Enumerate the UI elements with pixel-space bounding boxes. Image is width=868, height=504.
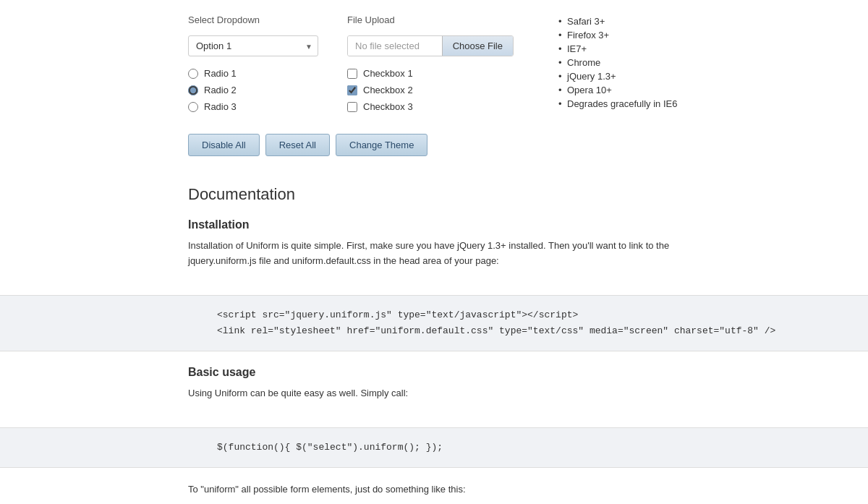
- checkbox-2[interactable]: [347, 85, 357, 95]
- select-dropdown[interactable]: Option 1 Option 2 Option 3: [188, 35, 318, 56]
- select-column: Select Dropdown Option 1 Option 2 Option…: [188, 14, 318, 112]
- checkbox-item-3[interactable]: Checkbox 3: [347, 101, 514, 112]
- radio-3-label: Radio 3: [204, 101, 237, 112]
- browser-item-safari: Safari 3+: [557, 14, 677, 28]
- checkbox-item-1[interactable]: Checkbox 1: [347, 68, 514, 79]
- doc-inner: Documentation Installation Installation …: [188, 185, 680, 269]
- code-text-1: <script src="jquery.uniform.js" type="te…: [217, 309, 775, 336]
- browser-item-ie7: IE7+: [557, 42, 677, 56]
- radio-group: Radio 1 Radio 2 Radio 3: [188, 68, 318, 112]
- checkbox-3[interactable]: [347, 102, 357, 112]
- installation-text: Installation of Uniform is quite simple.…: [188, 239, 680, 269]
- disable-all-button[interactable]: Disable All: [188, 134, 260, 156]
- installation-subtitle: Installation: [188, 218, 680, 231]
- basic-usage-subtitle: Basic usage: [188, 366, 680, 379]
- page-wrapper: Select Dropdown Option 1 Option 2 Option…: [0, 0, 868, 504]
- basic-usage-section: Basic usage Using Uniform can be quite e…: [0, 366, 868, 427]
- change-theme-button[interactable]: Change Theme: [336, 134, 427, 156]
- browser-list: Safari 3+ Firefox 3+ IE7+ Chrome jQuery …: [557, 14, 677, 111]
- checkbox-item-2[interactable]: Checkbox 2: [347, 85, 514, 95]
- checkbox-1-label: Checkbox 1: [363, 68, 413, 79]
- radio-1-label: Radio 1: [204, 68, 237, 79]
- doc-title: Documentation: [188, 185, 680, 204]
- choose-file-button[interactable]: Choose File: [442, 36, 513, 56]
- radio-1[interactable]: [188, 69, 198, 79]
- code-block-basic-usage: $(function(){ $("select").uniform(); });: [0, 427, 868, 468]
- action-buttons: Disable All Reset All Change Theme: [0, 127, 868, 171]
- file-checkbox-column: File Upload No file selected Choose File…: [347, 14, 514, 112]
- radio-2-label: Radio 2: [204, 85, 237, 95]
- basic-usage-text2: To "uniform" all possible form elements,…: [188, 482, 680, 497]
- basic-usage-text2-section: To "uniform" all possible form elements,…: [0, 482, 868, 504]
- code-text-2: $(function(){ $("select").uniform(); });: [217, 442, 443, 453]
- reset-all-button[interactable]: Reset All: [265, 134, 330, 156]
- radio-item-2[interactable]: Radio 2: [188, 85, 318, 95]
- form-section: Select Dropdown Option 1 Option 2 Option…: [0, 0, 868, 127]
- documentation-section: Documentation Installation Installation …: [0, 171, 868, 295]
- basic-usage-text: Using Uniform can be quite easy as well.…: [188, 386, 680, 401]
- checkbox-2-label: Checkbox 2: [363, 85, 413, 95]
- basic-usage-inner: Basic usage Using Uniform can be quite e…: [188, 366, 680, 401]
- checkbox-1[interactable]: [347, 69, 357, 79]
- browser-item-chrome: Chrome: [557, 56, 677, 69]
- browser-item-firefox: Firefox 3+: [557, 28, 677, 42]
- file-label: File Upload: [347, 14, 514, 25]
- file-no-file-text: No file selected: [348, 36, 442, 56]
- select-label: Select Dropdown: [188, 14, 318, 25]
- select-wrapper: Option 1 Option 2 Option 3 ▼: [188, 35, 318, 56]
- radio-2[interactable]: [188, 85, 198, 95]
- checkbox-3-label: Checkbox 3: [363, 101, 413, 112]
- radio-3[interactable]: [188, 102, 198, 112]
- code-block-installation: <script src="jquery.uniform.js" type="te…: [0, 295, 868, 351]
- radio-item-3[interactable]: Radio 3: [188, 101, 318, 112]
- file-upload-wrapper: No file selected Choose File: [347, 35, 514, 56]
- browser-item-opera: Opera 10+: [557, 83, 677, 97]
- browser-list-column: Safari 3+ Firefox 3+ IE7+ Chrome jQuery …: [557, 14, 677, 111]
- checkbox-group: Checkbox 1 Checkbox 2 Checkbox 3: [347, 68, 514, 112]
- browser-item-ie6: Degrades gracefully in IE6: [557, 97, 677, 111]
- browser-item-jquery: jQuery 1.3+: [557, 69, 677, 83]
- radio-item-1[interactable]: Radio 1: [188, 68, 318, 79]
